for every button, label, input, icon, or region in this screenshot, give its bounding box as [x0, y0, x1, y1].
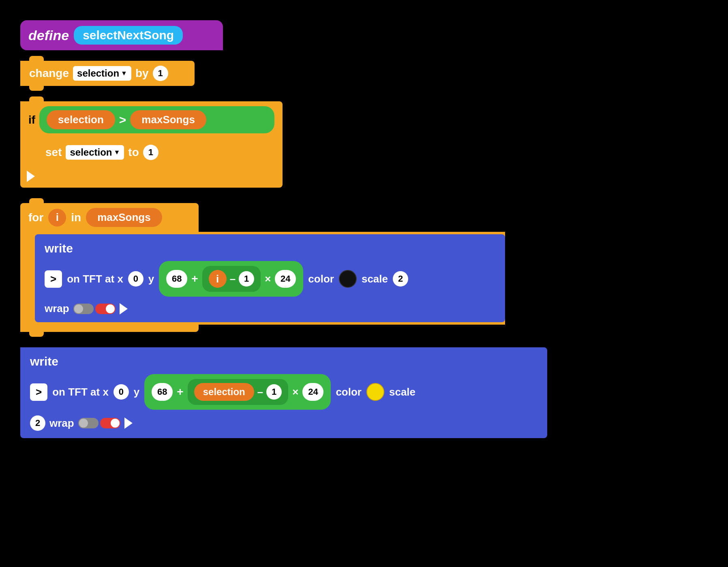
selection-set-label: selection — [70, 147, 112, 158]
on-tft-label-2: on TFT at x — [52, 386, 109, 398]
function-name-pill[interactable]: selectNextSong — [74, 26, 183, 45]
minus-2: – — [257, 386, 263, 398]
selection-dropdown-label: selection — [77, 68, 119, 79]
val3-2: 24 — [308, 387, 318, 397]
define-block[interactable]: define selectNextSong — [20, 20, 223, 50]
maxsongs-pill-for[interactable]: maxSongs — [86, 208, 162, 227]
change-value: 1 — [158, 68, 163, 79]
write2-label: write — [30, 355, 58, 368]
maxsongs-for-label: maxSongs — [97, 211, 151, 223]
set-value-circle[interactable]: 1 — [143, 145, 158, 160]
x-circle-2[interactable]: 0 — [113, 384, 129, 400]
val1-circle-1[interactable]: 68 — [166, 270, 187, 288]
set-label: set — [45, 146, 62, 159]
if-condition: selection > maxSongs — [39, 106, 274, 133]
change-value-circle[interactable]: 1 — [153, 66, 168, 81]
val3-1: 24 — [280, 274, 290, 284]
val2-circle-2[interactable]: 1 — [266, 384, 282, 400]
selection-if-label: selection — [58, 113, 104, 126]
gt-square-2[interactable]: > — [30, 383, 47, 401]
toggle-group-1[interactable] — [73, 304, 116, 314]
y-label-2: y — [134, 386, 139, 398]
plus-1: + — [191, 272, 198, 285]
wrap-label-1: wrap — [45, 302, 69, 315]
to-label: to — [128, 146, 139, 159]
scale-circle-1[interactable]: 2 — [393, 271, 408, 287]
change-block: change selection ▼ by 1 — [20, 61, 195, 86]
for-footer — [20, 325, 199, 332]
selection-write2-label: selection — [203, 386, 245, 397]
inner-expr-2: selection – 1 — [188, 379, 289, 405]
on-tft-label-1: on TFT at x — [67, 273, 123, 285]
selection-dropdown-set[interactable]: selection ▼ — [66, 145, 124, 160]
scale-val-1: 2 — [398, 274, 403, 284]
write-block-1: write > on TFT at x 0 y — [35, 234, 505, 322]
y-label-1: y — [148, 273, 154, 285]
gt-square-1[interactable]: > — [45, 270, 62, 288]
minus-1: – — [230, 273, 236, 285]
scale-label-2: scale — [389, 386, 415, 398]
toggle-off-2[interactable] — [78, 418, 98, 428]
else-triangle — [27, 171, 35, 182]
scale-circle-2[interactable]: 2 — [30, 415, 45, 431]
toggle-on-2[interactable] — [100, 418, 120, 428]
val1-2: 68 — [157, 387, 167, 397]
val3-circle-1[interactable]: 24 — [275, 270, 296, 288]
toggle-on-1[interactable] — [95, 304, 116, 314]
dropdown-arrow-set: ▼ — [114, 149, 120, 156]
x-circle-1[interactable]: 0 — [128, 271, 143, 287]
plus-2: + — [177, 385, 183, 398]
inner-expr-1: i – 1 — [202, 266, 261, 292]
val1-1: 68 — [172, 274, 182, 284]
toggle-group-2[interactable] — [78, 418, 120, 428]
write1-label: write — [45, 242, 73, 255]
times-2: × — [292, 386, 298, 398]
val2-circle-1[interactable]: 1 — [239, 271, 254, 287]
define-label: define — [28, 28, 69, 43]
i-pill[interactable]: i — [48, 209, 66, 227]
times-1: × — [265, 273, 271, 285]
change-label: change — [29, 67, 69, 80]
maxsongs-if-label: maxSongs — [141, 113, 195, 126]
write-block-2-outer: write > on TFT at x 0 y 68 + — [20, 347, 547, 438]
color-label-1: color — [308, 273, 334, 285]
in-label: in — [71, 211, 81, 224]
dropdown-arrow-change: ▼ — [121, 70, 127, 77]
toggle-off-1[interactable] — [73, 304, 94, 314]
val2-1: 1 — [244, 274, 249, 284]
y-expr-1: 68 + i – 1 × — [159, 261, 303, 297]
val1-circle-2[interactable]: 68 — [152, 383, 173, 401]
operator-gt: > — [119, 113, 126, 127]
val3-circle-2[interactable]: 24 — [302, 383, 323, 401]
triangle-1 — [120, 303, 128, 315]
x-val-1: 0 — [133, 274, 138, 284]
scale-label-1: scale — [362, 273, 388, 285]
by-label: by — [135, 67, 149, 80]
for-body: write > on TFT at x 0 y — [20, 232, 505, 325]
selection-pill-write2[interactable]: selection — [194, 383, 254, 401]
gt-symbol-2: > — [36, 386, 42, 398]
write-block-2: write > on TFT at x 0 y 68 + — [20, 347, 547, 438]
i-inner-1: i — [216, 273, 219, 285]
for-header: for i in maxSongs — [20, 203, 199, 232]
color-label-2: color — [336, 386, 362, 398]
triangle-2 — [124, 417, 133, 429]
i-circle-1[interactable]: i — [209, 270, 227, 288]
gt-symbol-1: > — [50, 273, 56, 285]
scale-val-2: 2 — [35, 418, 40, 428]
selection-pill-if[interactable]: selection — [47, 110, 115, 129]
wrap-label-2: wrap — [49, 417, 74, 430]
i-label: i — [56, 211, 59, 224]
maxsongs-pill-if[interactable]: maxSongs — [130, 110, 206, 129]
set-block: set selection ▼ to 1 — [36, 140, 283, 165]
for-loop-wrapper: for i in maxSongs write > on TFT at — [20, 203, 505, 332]
y-expr-2: 68 + selection – 1 × — [144, 374, 331, 410]
selection-dropdown-change[interactable]: selection ▼ — [73, 66, 131, 81]
function-name: selectNextSong — [83, 28, 174, 42]
if-label: if — [28, 113, 35, 126]
color-circle-yellow[interactable] — [366, 383, 384, 401]
x-val-2: 0 — [119, 387, 124, 397]
set-value: 1 — [148, 147, 153, 158]
for-label: for — [28, 211, 43, 224]
color-circle-black[interactable] — [339, 270, 357, 288]
